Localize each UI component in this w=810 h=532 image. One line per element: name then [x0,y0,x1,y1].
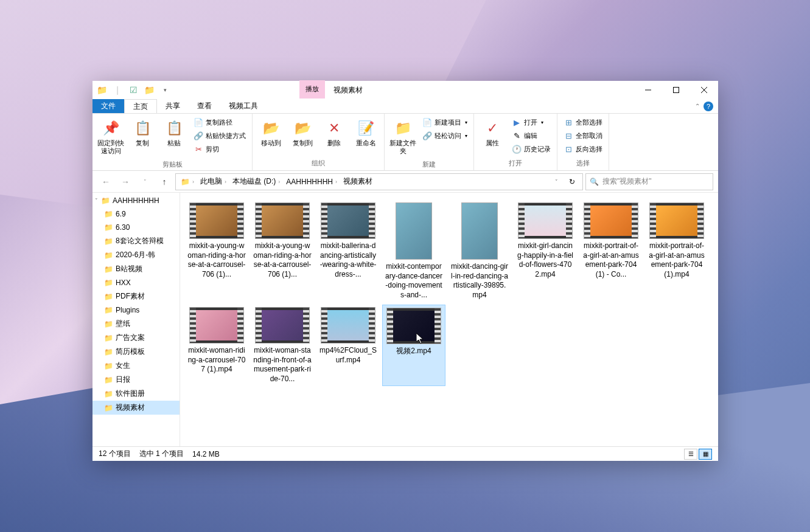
close-button[interactable] [690,81,718,99]
video-thumbnail [321,202,375,239]
new-folder-button[interactable]: 📁新建文件夹 [388,116,417,157]
open-button[interactable]: ▶打开▾ [509,116,553,128]
sidebar-item-label: 6.9 [116,210,126,218]
ribbon-group-open: ✓属性 ▶打开▾ ✎编辑 🕐历史记录 打开 [474,114,557,170]
sidebar-item[interactable]: 📁B站视频 [93,262,180,276]
window-title: 视频素材 [325,80,371,100]
properties-button[interactable]: ✓属性 [478,116,507,150]
file-name-label: mixkit-dancing-girl-in-red-dancing-artis… [450,262,509,300]
delete-button[interactable]: ✕删除 [319,116,349,150]
sidebar-item[interactable]: 📁PDF素材 [93,289,180,303]
move-to-button[interactable]: 📂移动到 [256,116,285,150]
copy-path-button[interactable]: 📄复制路径 [191,116,248,128]
edit-button[interactable]: ✎编辑 [509,130,553,142]
sidebar-item-label: 2020-6月-韩 [116,250,155,260]
file-item[interactable]: 视频2.mp4 [382,305,445,386]
file-item[interactable]: mixkit-girl-dancing-happily-in-a-field-o… [514,200,577,302]
open-group-label: 打开 [478,157,553,169]
tree-root[interactable]: ˅📁AAHHHHHHH [93,194,180,207]
sidebar-item[interactable]: 📁壁纸 [93,317,180,331]
breadcrumb-segment-1[interactable]: 本地磁盘 (D:)› [230,175,282,188]
copy-button[interactable]: 📋 复制 [128,116,157,150]
view-details-button[interactable]: ☰ [684,449,697,460]
sidebar-item[interactable]: 📁6.9 [93,207,180,221]
new-group-label: 新建 [388,159,470,170]
sidebar-item[interactable]: 📁广告文案 [93,331,180,345]
minimize-button[interactable] [634,81,662,99]
tab-video-tools[interactable]: 视频工具 [220,99,267,113]
paste-label: 粘贴 [167,139,181,147]
sidebar-item[interactable]: 📁简历模板 [93,345,180,359]
navigation-pane[interactable]: ˅📁AAHHHHHHH 📁6.9📁6.30📁8套论文答辩模📁2020-6月-韩📁… [93,193,180,446]
help-icon[interactable]: ? [704,102,713,111]
paste-button[interactable]: 📋 粘贴 [159,116,189,150]
sidebar-item-label: Plugins [116,306,139,314]
pin-button[interactable]: 📌 固定到快速访问 [96,116,125,157]
sidebar-item[interactable]: 📁女生 [93,359,180,373]
breadcrumb-segment-3[interactable]: 视频素材 [341,175,375,188]
select-none-button[interactable]: ⊟全部取消 [561,130,605,142]
qat-properties-icon[interactable]: ☑ [127,83,140,97]
history-button[interactable]: 🕐历史记录 [509,143,553,155]
file-list-pane[interactable]: mixkit-a-young-woman-riding-a-horse-at-a… [180,193,718,446]
file-item[interactable]: mp4%2FCloud_Surf.mp4 [316,305,380,386]
qat-dropdown-icon[interactable]: ▾ [158,83,172,97]
tab-home[interactable]: 主页 [124,99,157,113]
video-thumbnail [396,202,432,260]
view-thumbnails-button[interactable]: ▦ [699,449,712,460]
tab-view[interactable]: 查看 [189,99,220,113]
folder-icon: 📁 [103,264,113,274]
file-item[interactable]: mixkit-portrait-of-a-girl-at-an-amusemen… [645,200,708,302]
up-button[interactable]: ↑ [156,173,173,190]
forward-button[interactable]: → [117,173,134,190]
sidebar-item[interactable]: 📁日报 [93,373,180,387]
context-tab-play[interactable]: 播放 [299,80,325,98]
address-dropdown-icon[interactable]: ˅ [548,174,564,190]
sidebar-item[interactable]: 📁8套论文答辩模 [93,234,180,248]
breadcrumb-root-icon[interactable]: 📁› [178,176,197,187]
easy-access-button[interactable]: 🔗轻松访问▾ [420,130,470,142]
sidebar-item[interactable]: 📁2020-6月-韩 [93,248,180,262]
sidebar-item-label: 视频素材 [116,402,145,413]
file-item[interactable]: mixkit-ballerina-dancing-artistically-we… [316,200,380,302]
select-all-button[interactable]: ⊞全部选择 [561,116,605,128]
file-item[interactable]: mixkit-portrait-of-a-girl-at-an-amusemen… [579,200,643,302]
sidebar-item[interactable]: 📁视频素材 [93,401,180,415]
file-item[interactable]: mixkit-a-young-woman-riding-a-horse-at-a… [251,200,314,302]
sidebar-item[interactable]: 📁6.30 [93,221,180,234]
video-thumbnail [461,202,498,260]
file-item[interactable]: mixkit-contemporary-dance-dancer-doing-m… [382,200,445,302]
titlebar: 📁 | ☑ 📁 ▾ 播放 视频素材 [93,81,718,99]
breadcrumb-segment-0[interactable]: 此电脑› [198,175,229,188]
folder-icon: 📁 [103,333,113,343]
rename-button[interactable]: 📝重命名 [351,116,380,150]
breadcrumb-segment-2[interactable]: AAHHHHHHH› [284,176,340,187]
ribbon-collapse-icon[interactable]: ⌃ [695,103,700,109]
file-item[interactable]: mixkit-a-young-woman-riding-a-horse-at-a… [185,200,248,302]
paste-shortcut-button[interactable]: 🔗粘贴快捷方式 [191,130,248,142]
sidebar-item[interactable]: 📁Plugins [93,303,180,317]
search-input[interactable]: 🔍 搜索"视频素材" [585,173,713,190]
back-button[interactable]: ← [97,173,114,190]
ribbon-group-new: 📁新建文件夹 📄新建项目▾ 🔗轻松访问▾ 新建 [385,114,474,170]
maximize-button[interactable] [662,81,690,99]
file-item[interactable]: mixkit-woman-riding-a-carrousel-707 (1).… [185,305,248,386]
file-item[interactable]: mixkit-dancing-girl-in-red-dancing-artis… [448,200,511,302]
tab-share[interactable]: 共享 [157,99,189,113]
breadcrumb[interactable]: 📁› 此电脑› 本地磁盘 (D:)› AAHHHHHHH› 视频素材 ˅ ↻ [175,173,583,190]
sidebar-item-label: B站视频 [116,264,142,274]
sidebar-item[interactable]: 📁HXX [93,276,180,289]
new-item-button[interactable]: 📄新建项目▾ [420,116,470,128]
file-item[interactable]: mixkit-woman-standing-in-front-of-amusem… [251,305,314,386]
folder-icon: 📁 [103,389,113,399]
recent-dropdown[interactable]: ˅ [136,173,153,190]
invert-selection-button[interactable]: ⊡反向选择 [561,143,605,155]
qat-newfolder-icon[interactable]: 📁 [142,83,156,97]
file-name-label: mixkit-contemporary-dance-dancer-doing-m… [385,262,443,300]
sidebar-item[interactable]: 📁软件图册 [93,387,180,401]
cut-button[interactable]: ✂剪切 [191,143,248,155]
refresh-button[interactable]: ↻ [564,174,580,190]
video-thumbnail [255,202,310,239]
tab-file[interactable]: 文件 [93,99,124,113]
copy-to-button[interactable]: 📂复制到 [288,116,317,150]
